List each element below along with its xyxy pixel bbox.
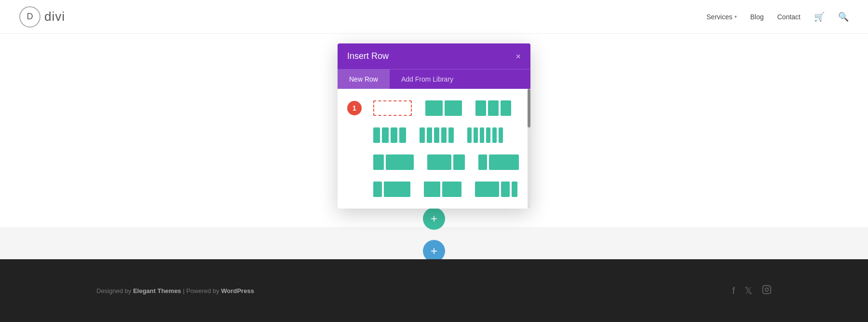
col-block bbox=[420, 127, 425, 143]
layout-partial-1-option[interactable] bbox=[422, 180, 463, 199]
layout-3col-option[interactable] bbox=[474, 98, 513, 118]
instagram-icon[interactable] bbox=[762, 285, 772, 297]
col-block bbox=[475, 182, 499, 197]
col-block bbox=[501, 182, 510, 197]
search-icon[interactable]: 🔍 bbox=[838, 12, 849, 22]
layout-row-2 bbox=[347, 126, 515, 145]
col-block bbox=[492, 127, 497, 143]
nav-services-label: Services bbox=[706, 13, 732, 21]
col-block bbox=[373, 154, 384, 170]
nav-blog-label: Blog bbox=[750, 13, 764, 21]
scrollbar-thumb[interactable] bbox=[528, 89, 530, 127]
col-block bbox=[427, 127, 432, 143]
insert-row-modal: Insert Row × New Row Add From Library 1 bbox=[338, 43, 530, 209]
tab-add-from-library[interactable]: Add From Library bbox=[390, 70, 465, 89]
main-nav: Services ▾ Blog Contact 🛒 🔍 bbox=[706, 12, 849, 22]
footer-elegant-themes: Elegant Themes bbox=[133, 287, 181, 294]
col-block bbox=[486, 127, 490, 143]
layouts-grid: 1 bbox=[347, 98, 521, 199]
row-number-badge: 1 bbox=[347, 101, 362, 115]
col-block bbox=[501, 100, 511, 116]
col-block bbox=[474, 127, 478, 143]
nav-item-blog[interactable]: Blog bbox=[750, 13, 764, 21]
col-block bbox=[467, 127, 472, 143]
col-block bbox=[448, 127, 454, 143]
svg-point-2 bbox=[769, 287, 770, 288]
footer-separator: | Powered by bbox=[181, 287, 221, 294]
main-content: Insert Row × New Row Add From Library 1 bbox=[0, 34, 868, 227]
cart-icon[interactable]: 🛒 bbox=[814, 12, 825, 22]
col-block bbox=[384, 182, 410, 197]
footer-credits: Designed by Elegant Themes | Powered by … bbox=[96, 287, 254, 294]
layout-2-3-1-3-option[interactable] bbox=[425, 153, 467, 172]
tab-new-row[interactable]: New Row bbox=[338, 70, 390, 89]
col-block bbox=[399, 127, 406, 143]
col-block bbox=[373, 100, 412, 116]
layout-partial-2-option[interactable] bbox=[473, 180, 519, 199]
col-block bbox=[425, 100, 443, 116]
svg-rect-0 bbox=[763, 285, 771, 294]
logo-text: divi bbox=[44, 9, 65, 24]
col-block bbox=[373, 182, 382, 197]
col-block bbox=[391, 127, 397, 143]
col-block bbox=[445, 100, 462, 116]
facebook-icon[interactable]: f bbox=[732, 285, 735, 296]
modal-title: Insert Row bbox=[347, 51, 389, 61]
col-block bbox=[453, 154, 465, 170]
footer-social-icons: f 𝕏 bbox=[732, 285, 772, 297]
layout-1-4-3-4-option[interactable] bbox=[476, 153, 521, 172]
nav-item-contact[interactable]: Contact bbox=[777, 13, 800, 21]
layout-4col-option[interactable] bbox=[371, 126, 408, 145]
col-block bbox=[489, 154, 519, 170]
footer-designed-by-prefix: Designed by bbox=[96, 287, 133, 294]
modal-close-button[interactable]: × bbox=[515, 52, 521, 61]
col-block bbox=[427, 154, 451, 170]
col-block bbox=[373, 127, 380, 143]
col-block bbox=[424, 182, 440, 197]
col-block bbox=[488, 100, 499, 116]
col-block bbox=[475, 100, 486, 116]
layout-row-3 bbox=[347, 153, 515, 172]
layout-6col-option[interactable] bbox=[465, 126, 505, 145]
modal-body: 1 bbox=[338, 89, 530, 209]
col-block bbox=[499, 127, 503, 143]
col-block bbox=[478, 154, 487, 170]
site-footer: Designed by Elegant Themes | Powered by … bbox=[0, 259, 868, 322]
add-row-button-teal[interactable]: + bbox=[423, 208, 445, 230]
layout-row-4 bbox=[347, 180, 515, 199]
col-block bbox=[382, 127, 389, 143]
site-header: D divi Services ▾ Blog Contact 🛒 🔍 bbox=[0, 0, 868, 34]
footer-wordpress: WordPress bbox=[221, 287, 254, 294]
layout-1col-option[interactable] bbox=[371, 98, 414, 118]
modal-header: Insert Row × bbox=[338, 43, 530, 69]
layout-row-1: 1 bbox=[347, 98, 515, 118]
twitter-icon[interactable]: 𝕏 bbox=[745, 285, 752, 296]
col-block bbox=[480, 127, 484, 143]
col-block bbox=[386, 154, 414, 170]
logo-circle: D bbox=[19, 6, 41, 28]
modal-container: Insert Row × New Row Add From Library 1 bbox=[338, 43, 530, 209]
logo[interactable]: D divi bbox=[19, 6, 65, 28]
col-block bbox=[441, 127, 447, 143]
logo-letter: D bbox=[27, 12, 33, 22]
layout-small-wide-option[interactable] bbox=[371, 180, 412, 199]
nav-contact-label: Contact bbox=[777, 13, 800, 21]
layout-2col-option[interactable] bbox=[423, 98, 464, 118]
chevron-down-icon: ▾ bbox=[734, 14, 737, 19]
nav-item-services[interactable]: Services ▾ bbox=[706, 13, 737, 21]
svg-point-1 bbox=[765, 288, 769, 291]
col-block bbox=[442, 182, 461, 197]
layout-5col-option[interactable] bbox=[418, 126, 456, 145]
col-block bbox=[512, 182, 517, 197]
layout-1-3-2-3-option[interactable] bbox=[371, 153, 416, 172]
modal-tabs: New Row Add From Library bbox=[338, 69, 530, 89]
col-block bbox=[434, 127, 439, 143]
